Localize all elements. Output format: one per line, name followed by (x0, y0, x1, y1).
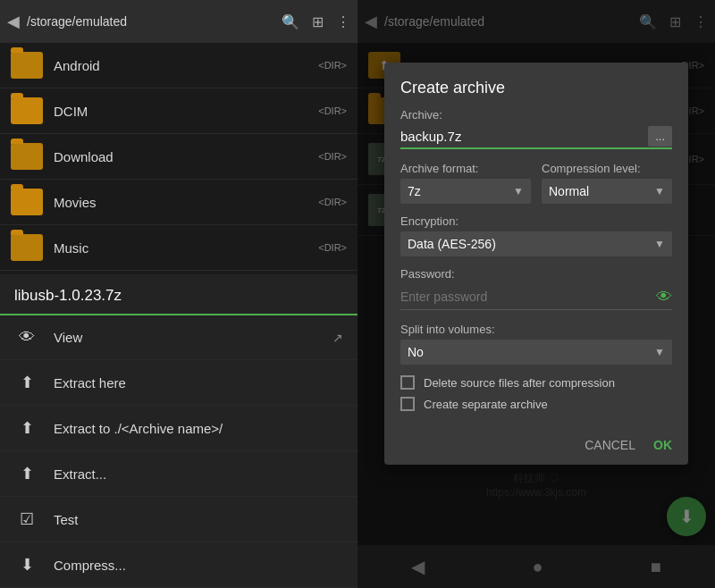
context-extract-to[interactable]: ⬆ Extract to ./<Archive name>/ (0, 406, 358, 451)
context-test[interactable]: ☑ Test (0, 497, 358, 542)
format-group: Archive format: 7z ▼ (400, 162, 531, 204)
folder-icon (11, 52, 43, 79)
left-more-icon[interactable]: ⋮ (336, 13, 350, 30)
folder-icon (11, 234, 43, 261)
eye-icon[interactable]: 👁 (656, 288, 672, 307)
split-select[interactable]: No ▼ (400, 340, 672, 365)
archive-name-row: ... (400, 125, 672, 149)
list-item[interactable]: Movies <DIR> (0, 180, 358, 225)
context-filename: libusb-1.0.23.7z (14, 287, 122, 304)
password-label: Password: (400, 267, 672, 281)
view-label: View (54, 330, 82, 345)
list-item[interactable]: DCIM <DIR> (0, 88, 358, 134)
separate-archive-label: Create separate archive (424, 398, 548, 411)
delete-source-row[interactable]: Delete source files after compression (400, 375, 672, 390)
encryption-value: Data (AES-256) (408, 237, 496, 251)
browse-button[interactable]: ... (648, 126, 672, 147)
file-tag: <DIR> (318, 197, 347, 207)
compression-label: Compression level: (542, 162, 672, 175)
dialog-actions: Cancel OK (384, 429, 688, 465)
split-group: Split into volumes: No ▼ (400, 323, 672, 365)
encryption-label: Encryption: (400, 214, 672, 228)
list-item[interactable]: Android <DIR> (0, 43, 358, 88)
format-value: 7z (408, 184, 421, 198)
compression-group: Compression level: Normal ▼ (542, 162, 672, 204)
format-compression-row: Archive format: 7z ▼ Compression level: (400, 162, 672, 204)
left-topbar: ◀ /storage/emulated 🔍 ⊞ ⋮ (0, 0, 358, 43)
file-tag: <DIR> (318, 105, 347, 116)
dialog-body: Archive: ... Archive format: 7z ▼ (384, 101, 688, 429)
left-back-button[interactable]: ◀ (7, 12, 20, 31)
context-extract[interactable]: ⬆ Extract... (0, 451, 358, 497)
folder-icon (11, 189, 43, 215)
file-name: Music (54, 240, 318, 256)
test-label: Test (54, 512, 79, 527)
file-name: DCIM (54, 104, 318, 119)
separate-archive-row[interactable]: Create separate archive (400, 397, 672, 411)
separate-archive-checkbox[interactable] (400, 397, 415, 411)
delete-source-checkbox[interactable] (400, 375, 415, 390)
split-chevron: ▼ (654, 346, 665, 358)
password-input[interactable] (400, 284, 656, 309)
format-label: Archive format: (400, 162, 531, 175)
view-arrow: ↗ (332, 331, 343, 345)
compression-value: Normal (549, 184, 589, 198)
extract-icon: ⬆ (14, 464, 39, 483)
left-search-icon[interactable]: 🔍 (282, 13, 299, 30)
encryption-select[interactable]: Data (AES-256) ▼ (400, 231, 672, 256)
compress-label: Compress... (54, 558, 126, 573)
file-tag: <DIR> (318, 151, 347, 162)
left-panel: ◀ /storage/emulated 🔍 ⊞ ⋮ Android <DIR> … (0, 0, 358, 588)
file-tag: <DIR> (318, 60, 347, 71)
dialog-title: Create archive (384, 63, 688, 101)
extract-to-label: Extract to ./<Archive name>/ (54, 421, 223, 436)
delete-source-label: Delete source files after compression (424, 376, 615, 390)
list-item[interactable]: Music <DIR> (0, 225, 358, 271)
test-icon: ☑ (14, 509, 39, 529)
context-extract-here[interactable]: ⬆ Extract here (0, 360, 358, 406)
encryption-group: Encryption: Data (AES-256) ▼ (400, 214, 672, 256)
split-value: No (408, 345, 424, 359)
extract-label: Extract... (54, 466, 106, 482)
dialog-overlay: Create archive Archive: ... Archive form… (358, 0, 715, 588)
list-item[interactable]: Download <DIR> (0, 134, 358, 180)
left-grid-icon[interactable]: ⊞ (312, 13, 324, 30)
ok-button[interactable]: OK (653, 438, 672, 452)
context-compress[interactable]: ⬇ Compress... (0, 542, 358, 588)
view-icon: 👁 (14, 328, 39, 347)
right-panel: ◀ /storage/emulated 🔍 ⊞ ⋮ ⬆ .. <DIR> Rin… (358, 0, 715, 588)
folder-icon (11, 143, 43, 170)
archive-name-input[interactable] (400, 125, 648, 147)
format-select[interactable]: 7z ▼ (400, 179, 531, 204)
format-chevron: ▼ (513, 185, 524, 197)
context-header: libusb-1.0.23.7z (0, 274, 358, 315)
context-menu: libusb-1.0.23.7z 👁 View ↗ ⬆ Extract here… (0, 274, 358, 588)
extract-here-icon: ⬆ (14, 373, 39, 392)
file-name: Movies (54, 195, 318, 210)
context-view[interactable]: 👁 View ↗ (0, 315, 358, 360)
left-path: /storage/emulated (27, 14, 127, 29)
extract-to-icon: ⬆ (14, 418, 39, 438)
folder-icon (11, 97, 43, 124)
file-name: Download (54, 149, 318, 164)
extract-here-label: Extract here (54, 375, 126, 391)
compression-chevron: ▼ (654, 185, 665, 197)
compression-select[interactable]: Normal ▼ (542, 179, 672, 204)
cancel-button[interactable]: Cancel (585, 438, 635, 452)
archive-label: Archive: (400, 108, 672, 122)
split-label: Split into volumes: (400, 323, 672, 336)
password-row: 👁 (400, 284, 672, 310)
file-name: Android (54, 58, 318, 73)
encryption-chevron: ▼ (654, 238, 665, 250)
create-archive-dialog: Create archive Archive: ... Archive form… (384, 63, 688, 465)
compress-icon: ⬇ (14, 555, 39, 575)
file-tag: <DIR> (318, 242, 347, 253)
